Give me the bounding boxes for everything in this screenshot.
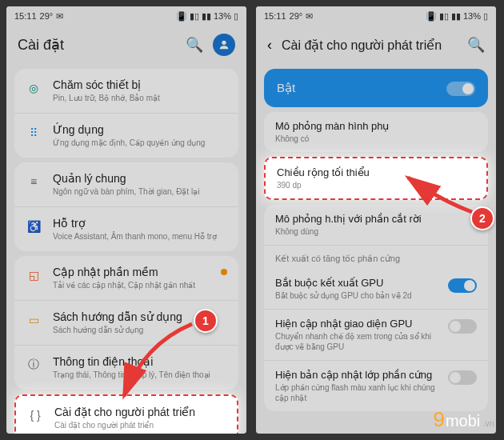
svg-point-0 (222, 41, 226, 45)
item-smallest-width[interactable]: Chiều rộng tối thiểu390 dp (266, 158, 486, 198)
vibrate-icon: 📳 (426, 11, 437, 22)
temp: 29° (40, 11, 54, 21)
marker-2: 2 (470, 206, 494, 230)
item-force-gpu[interactable]: Bắt buộc kết xuất GPUBắt buộc sử dụng GP… (264, 269, 488, 310)
toggle-label: Bật (277, 81, 295, 95)
update-badge (221, 269, 227, 275)
manual-icon: ▭ (26, 312, 42, 328)
item-sub: Pin, Lưu trữ, Bộ nhớ, Bảo mật (53, 93, 227, 103)
toggle-switch[interactable] (446, 82, 475, 96)
item-simulate-secondary-display[interactable]: Mô phỏng màn hình phụKhông có (264, 112, 488, 152)
settings-item-apps[interactable]: ⠿ Ứng dụngỨng dụng mặc định, Cấp quyền ứ… (14, 114, 238, 158)
time: 15:11 (264, 11, 286, 21)
accessibility-icon: ♿ (26, 218, 42, 234)
signal-icon: ▮▯ (439, 11, 449, 22)
vibrate-icon: 📳 (176, 11, 187, 22)
mail-icon: ✉ (56, 11, 63, 22)
settings-item-developer-options[interactable]: { } Cài đặt cho người phát triểnCài đặt … (16, 396, 237, 434)
battery-icon: ▯ (234, 11, 238, 22)
signal2-icon: ▮▮ (202, 11, 211, 22)
back-icon[interactable]: ‹ (267, 37, 272, 54)
apps-icon: ⠿ (26, 125, 42, 141)
master-toggle[interactable]: Bật (264, 69, 488, 107)
search-icon[interactable]: 🔍 (186, 36, 203, 54)
battery-icon: ▯ (483, 11, 488, 22)
developer-icon: { } (27, 407, 43, 423)
general-icon: ≡ (26, 174, 42, 190)
toggle-switch[interactable] (448, 370, 477, 385)
temp: 29° (290, 11, 303, 21)
settings-item-about[interactable]: ⓘ Thông tin điện thoạiTrạng thái, Thông … (14, 346, 238, 390)
brand-logo: 9mobi.vn (433, 407, 494, 432)
item-hw-layer-updates[interactable]: Hiện bản cập nhật lớp phần cứngLớp phần … (264, 361, 488, 411)
toggle-switch[interactable] (448, 319, 477, 334)
section-header-hw-rendering: Kết xuất có tăng tốc phần cứng (264, 246, 488, 269)
device-care-icon: ◎ (26, 80, 42, 96)
battery-text: 13% (214, 11, 231, 21)
battery-text: 13% (463, 11, 481, 21)
page-title: Cài đặt (18, 36, 176, 54)
update-icon: ◱ (26, 267, 42, 283)
signal2-icon: ▮▮ (451, 11, 461, 22)
settings-item-accessibility[interactable]: ♿ Hỗ trợVoice Assistant, Âm thanh mono, … (14, 207, 238, 251)
about-icon: ⓘ (26, 357, 42, 373)
time: 15:11 (14, 11, 37, 21)
page-title: Cài đặt cho người phát triển (282, 38, 458, 53)
item-title: Chăm sóc thiết bị (53, 78, 227, 91)
signal-icon: ▮▯ (190, 11, 199, 22)
avatar[interactable] (213, 34, 235, 56)
settings-item-software-update[interactable]: ◱ Cập nhật phần mềmTải về các cập nhật, … (14, 256, 238, 301)
marker-1: 1 (194, 309, 218, 333)
item-display-cutout[interactable]: Mô phỏng h.thị với phần cắt rờiKhông dùn… (264, 205, 488, 246)
toggle-switch[interactable] (448, 278, 477, 293)
settings-item-general[interactable]: ≡ Quản lý chungNgôn ngữ và bàn phím, Thờ… (14, 162, 238, 207)
item-gpu-view-updates[interactable]: Hiện cập nhật giao diện GPUChuyển nhanh … (264, 310, 488, 361)
mail-icon: ✉ (306, 11, 313, 22)
search-icon[interactable]: 🔍 (467, 36, 485, 54)
settings-item-device-care[interactable]: ◎ Chăm sóc thiết bịPin, Lưu trữ, Bộ nhớ,… (14, 69, 238, 114)
